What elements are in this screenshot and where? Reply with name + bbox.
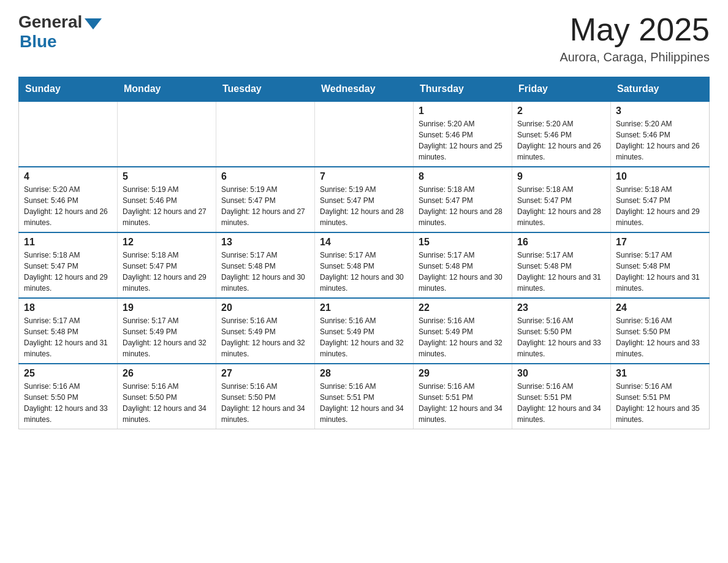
calendar-cell: 7Sunrise: 5:19 AM Sunset: 5:47 PM Daylig… bbox=[315, 167, 414, 232]
day-info: Sunrise: 5:16 AM Sunset: 5:50 PM Dayligh… bbox=[123, 381, 211, 425]
day-number: 6 bbox=[221, 171, 309, 182]
day-info: Sunrise: 5:16 AM Sunset: 5:51 PM Dayligh… bbox=[517, 381, 605, 425]
day-number: 22 bbox=[419, 302, 507, 313]
title-section: May 2025 Aurora, Caraga, Philippines bbox=[559, 12, 710, 64]
day-info: Sunrise: 5:16 AM Sunset: 5:50 PM Dayligh… bbox=[221, 381, 309, 425]
day-number: 12 bbox=[123, 237, 211, 248]
calendar-cell: 27Sunrise: 5:16 AM Sunset: 5:50 PM Dayli… bbox=[216, 364, 315, 429]
calendar-cell: 5Sunrise: 5:19 AM Sunset: 5:46 PM Daylig… bbox=[118, 167, 216, 232]
calendar-cell: 8Sunrise: 5:18 AM Sunset: 5:47 PM Daylig… bbox=[414, 167, 512, 232]
calendar-cell: 1Sunrise: 5:20 AM Sunset: 5:46 PM Daylig… bbox=[414, 101, 512, 167]
calendar-cell: 16Sunrise: 5:17 AM Sunset: 5:48 PM Dayli… bbox=[512, 232, 611, 298]
calendar-cell: 20Sunrise: 5:16 AM Sunset: 5:49 PM Dayli… bbox=[216, 298, 315, 364]
day-number: 27 bbox=[221, 368, 309, 379]
calendar-cell: 29Sunrise: 5:16 AM Sunset: 5:51 PM Dayli… bbox=[414, 364, 512, 429]
day-info: Sunrise: 5:17 AM Sunset: 5:48 PM Dayligh… bbox=[320, 250, 408, 294]
calendar-cell: 13Sunrise: 5:17 AM Sunset: 5:48 PM Dayli… bbox=[216, 232, 315, 298]
day-number: 1 bbox=[419, 105, 507, 117]
day-number: 7 bbox=[320, 171, 408, 182]
calendar-cell: 14Sunrise: 5:17 AM Sunset: 5:48 PM Dayli… bbox=[315, 232, 414, 298]
day-info: Sunrise: 5:17 AM Sunset: 5:48 PM Dayligh… bbox=[221, 250, 309, 294]
weekday-header-saturday: Saturday bbox=[611, 77, 710, 102]
calendar-cell bbox=[315, 101, 414, 167]
calendar-cell: 18Sunrise: 5:17 AM Sunset: 5:48 PM Dayli… bbox=[19, 298, 118, 364]
day-info: Sunrise: 5:19 AM Sunset: 5:47 PM Dayligh… bbox=[320, 184, 408, 228]
calendar-week-3: 11Sunrise: 5:18 AM Sunset: 5:47 PM Dayli… bbox=[19, 232, 710, 298]
day-number: 15 bbox=[419, 237, 507, 248]
day-number: 10 bbox=[616, 171, 704, 182]
calendar-cell: 9Sunrise: 5:18 AM Sunset: 5:47 PM Daylig… bbox=[512, 167, 611, 232]
day-info: Sunrise: 5:20 AM Sunset: 5:46 PM Dayligh… bbox=[24, 184, 112, 228]
day-info: Sunrise: 5:17 AM Sunset: 5:48 PM Dayligh… bbox=[517, 250, 605, 294]
day-number: 25 bbox=[24, 368, 112, 379]
calendar-cell bbox=[19, 101, 118, 167]
logo-arrow-icon bbox=[85, 18, 102, 29]
calendar-cell: 3Sunrise: 5:20 AM Sunset: 5:46 PM Daylig… bbox=[611, 101, 710, 167]
calendar-cell: 2Sunrise: 5:20 AM Sunset: 5:46 PM Daylig… bbox=[512, 101, 611, 167]
month-title: May 2025 bbox=[559, 12, 710, 47]
day-info: Sunrise: 5:16 AM Sunset: 5:49 PM Dayligh… bbox=[419, 315, 507, 359]
day-number: 17 bbox=[616, 237, 704, 248]
calendar-week-4: 18Sunrise: 5:17 AM Sunset: 5:48 PM Dayli… bbox=[19, 298, 710, 364]
calendar-cell bbox=[118, 101, 216, 167]
day-number: 30 bbox=[517, 368, 605, 379]
day-info: Sunrise: 5:16 AM Sunset: 5:50 PM Dayligh… bbox=[24, 381, 112, 425]
calendar-cell: 23Sunrise: 5:16 AM Sunset: 5:50 PM Dayli… bbox=[512, 298, 611, 364]
day-number: 5 bbox=[123, 171, 211, 182]
day-info: Sunrise: 5:18 AM Sunset: 5:47 PM Dayligh… bbox=[419, 184, 507, 228]
day-number: 31 bbox=[616, 368, 704, 379]
calendar-cell: 6Sunrise: 5:19 AM Sunset: 5:47 PM Daylig… bbox=[216, 167, 315, 232]
calendar-cell: 24Sunrise: 5:16 AM Sunset: 5:50 PM Dayli… bbox=[611, 298, 710, 364]
day-info: Sunrise: 5:16 AM Sunset: 5:49 PM Dayligh… bbox=[320, 315, 408, 359]
calendar-week-5: 25Sunrise: 5:16 AM Sunset: 5:50 PM Dayli… bbox=[19, 364, 710, 429]
day-info: Sunrise: 5:16 AM Sunset: 5:49 PM Dayligh… bbox=[221, 315, 309, 359]
calendar-cell: 4Sunrise: 5:20 AM Sunset: 5:46 PM Daylig… bbox=[19, 167, 118, 232]
logo-general-text: General bbox=[18, 12, 82, 32]
calendar-cell: 11Sunrise: 5:18 AM Sunset: 5:47 PM Dayli… bbox=[19, 232, 118, 298]
logo-blue-text: Blue bbox=[20, 32, 57, 52]
weekday-header-monday: Monday bbox=[118, 77, 216, 102]
day-info: Sunrise: 5:18 AM Sunset: 5:47 PM Dayligh… bbox=[123, 250, 211, 294]
day-number: 28 bbox=[320, 368, 408, 379]
day-info: Sunrise: 5:17 AM Sunset: 5:49 PM Dayligh… bbox=[123, 315, 211, 359]
weekday-header-tuesday: Tuesday bbox=[216, 77, 315, 102]
day-info: Sunrise: 5:17 AM Sunset: 5:48 PM Dayligh… bbox=[616, 250, 704, 294]
day-number: 19 bbox=[123, 302, 211, 313]
day-number: 11 bbox=[24, 237, 112, 248]
calendar-cell: 19Sunrise: 5:17 AM Sunset: 5:49 PM Dayli… bbox=[118, 298, 216, 364]
calendar-cell: 26Sunrise: 5:16 AM Sunset: 5:50 PM Dayli… bbox=[118, 364, 216, 429]
day-number: 8 bbox=[419, 171, 507, 182]
day-number: 13 bbox=[221, 237, 309, 248]
day-number: 14 bbox=[320, 237, 408, 248]
calendar-week-2: 4Sunrise: 5:20 AM Sunset: 5:46 PM Daylig… bbox=[19, 167, 710, 232]
day-number: 20 bbox=[221, 302, 309, 313]
day-number: 21 bbox=[320, 302, 408, 313]
day-number: 26 bbox=[123, 368, 211, 379]
day-info: Sunrise: 5:17 AM Sunset: 5:48 PM Dayligh… bbox=[419, 250, 507, 294]
day-info: Sunrise: 5:16 AM Sunset: 5:51 PM Dayligh… bbox=[616, 381, 704, 425]
day-number: 4 bbox=[24, 171, 112, 182]
day-number: 18 bbox=[24, 302, 112, 313]
calendar-table: SundayMondayTuesdayWednesdayThursdayFrid… bbox=[18, 77, 710, 429]
calendar-week-1: 1Sunrise: 5:20 AM Sunset: 5:46 PM Daylig… bbox=[19, 101, 710, 167]
day-info: Sunrise: 5:18 AM Sunset: 5:47 PM Dayligh… bbox=[616, 184, 704, 228]
day-info: Sunrise: 5:19 AM Sunset: 5:47 PM Dayligh… bbox=[221, 184, 309, 228]
day-info: Sunrise: 5:19 AM Sunset: 5:46 PM Dayligh… bbox=[123, 184, 211, 228]
location-text: Aurora, Caraga, Philippines bbox=[559, 50, 710, 64]
weekday-header-thursday: Thursday bbox=[414, 77, 512, 102]
day-number: 29 bbox=[419, 368, 507, 379]
calendar-cell: 17Sunrise: 5:17 AM Sunset: 5:48 PM Dayli… bbox=[611, 232, 710, 298]
calendar-cell: 30Sunrise: 5:16 AM Sunset: 5:51 PM Dayli… bbox=[512, 364, 611, 429]
calendar-cell: 15Sunrise: 5:17 AM Sunset: 5:48 PM Dayli… bbox=[414, 232, 512, 298]
page-header: General Blue May 2025 Aurora, Caraga, Ph… bbox=[18, 12, 710, 64]
day-info: Sunrise: 5:16 AM Sunset: 5:50 PM Dayligh… bbox=[616, 315, 704, 359]
day-info: Sunrise: 5:16 AM Sunset: 5:50 PM Dayligh… bbox=[517, 315, 605, 359]
day-info: Sunrise: 5:18 AM Sunset: 5:47 PM Dayligh… bbox=[517, 184, 605, 228]
calendar-cell: 21Sunrise: 5:16 AM Sunset: 5:49 PM Dayli… bbox=[315, 298, 414, 364]
calendar-cell: 25Sunrise: 5:16 AM Sunset: 5:50 PM Dayli… bbox=[19, 364, 118, 429]
weekday-header-sunday: Sunday bbox=[19, 77, 118, 102]
day-number: 3 bbox=[616, 105, 704, 117]
weekday-header-friday: Friday bbox=[512, 77, 611, 102]
day-number: 9 bbox=[517, 171, 605, 182]
day-info: Sunrise: 5:17 AM Sunset: 5:48 PM Dayligh… bbox=[24, 315, 112, 359]
